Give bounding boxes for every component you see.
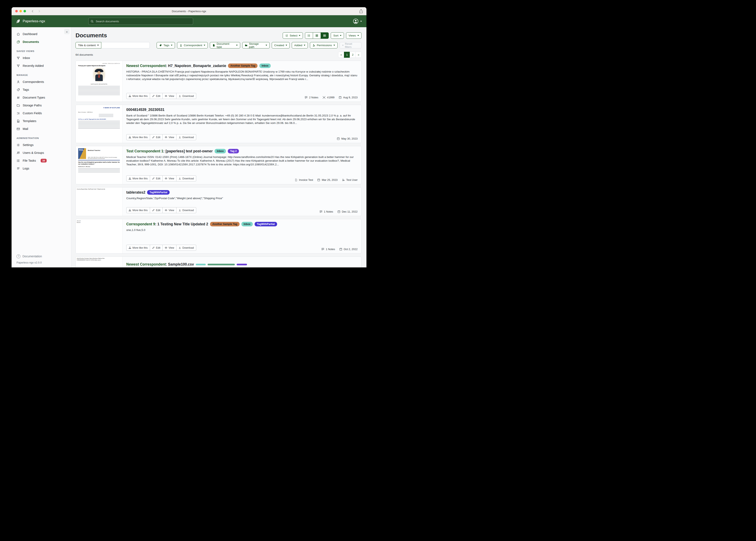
view-button[interactable]: View [162, 245, 176, 251]
zoom-window-button[interactable] [24, 10, 26, 12]
tag-pill[interactable] [237, 264, 247, 266]
created-filter-button[interactable]: Created [272, 42, 290, 48]
tag-pill[interactable]: Another Sample Tag [228, 64, 258, 68]
edit-button[interactable]: Edit [150, 245, 163, 251]
large-cards-view-button[interactable] [321, 32, 329, 39]
sidebar-item-users-groups[interactable]: Users & Groups [12, 149, 71, 157]
document-thumbnail[interactable]: Country,Region/State,"Zip/Postal Code","… [76, 188, 123, 216]
document-thumbnail[interactable]: one,1.0 five,5.0 [76, 219, 123, 254]
storage-path-filter-button[interactable]: Storage path [242, 42, 270, 48]
share-icon[interactable] [359, 9, 363, 13]
document-title-link[interactable]: Correspondent 9: 1 Testing New Title Upd… [126, 222, 208, 227]
tag-pill[interactable]: Another Sample Tag [210, 222, 240, 227]
global-search[interactable] [88, 18, 193, 25]
sidebar-item-templates[interactable]: Templates [12, 117, 71, 125]
document-type-indicator[interactable]: Invoice Test [295, 178, 313, 182]
document-thumbnail[interactable]: MEDICAL TEACHER Medical Teacher ISSN: 01… [76, 146, 123, 184]
tag-pill[interactable]: Inbox [241, 222, 253, 227]
edit-button[interactable]: Edit [150, 93, 163, 99]
date-indicator[interactable]: Dec 11, 2022 [337, 210, 358, 213]
sidebar-item-documents[interactable]: Documents [12, 38, 71, 46]
correspondent-filter-button[interactable]: Correspondent [177, 42, 208, 48]
tags-filter-button[interactable]: Tags [157, 42, 175, 48]
date-indicator[interactable]: Oct 2, 2022 [339, 248, 358, 251]
sidebar-item-tags[interactable]: Tags [12, 86, 71, 94]
tag-pill[interactable] [196, 264, 206, 266]
sidebar-item-document-types[interactable]: Document Types [12, 94, 71, 101]
app-brand[interactable]: Paperless-ngx [12, 19, 71, 24]
more-like-this-button[interactable]: More like this [126, 93, 150, 99]
view-button[interactable]: View [162, 93, 176, 99]
user-menu[interactable] [353, 18, 362, 24]
tag-pill[interactable]: TagWithPartial [147, 190, 169, 195]
date-indicator[interactable]: Mar 25, 2023 [317, 178, 338, 182]
table-view-button[interactable] [305, 32, 313, 39]
tag-pill[interactable]: Tag 2 [228, 149, 239, 153]
back-icon[interactable] [31, 10, 34, 13]
notes-indicator[interactable]: 2 Notes [305, 96, 318, 99]
date-indicator[interactable]: May 30, 2023 [337, 137, 358, 140]
sidebar-item-settings[interactable]: Settings [12, 141, 71, 149]
download-button[interactable]: Download [176, 134, 196, 140]
asn-indicator[interactable]: #1999 [322, 96, 334, 99]
pagination-page-1[interactable]: 1 [344, 52, 350, 58]
sort-button[interactable]: Sort [331, 32, 344, 39]
download-button[interactable]: Download [176, 93, 196, 99]
pagination-next[interactable]: » [356, 52, 361, 58]
forward-icon[interactable] [38, 10, 40, 13]
more-like-this-button[interactable]: More like this [126, 207, 150, 213]
permissions-filter-button[interactable]: Permissions [310, 42, 338, 48]
sidebar-item-dashboard[interactable]: Dashboard [12, 30, 71, 38]
sidebar-collapse-button[interactable]: « [64, 29, 70, 34]
document-type-filter-button[interactable]: Document type [210, 42, 240, 48]
title-content-dropdown[interactable]: Title & content [76, 42, 101, 48]
minimize-window-button[interactable] [19, 10, 22, 12]
tag-pill[interactable] [208, 264, 235, 266]
sidebar-item-storage-paths[interactable]: Storage Paths [12, 101, 71, 109]
sidebar-item-correspondents[interactable]: Correspondents [12, 78, 71, 86]
download-button[interactable]: Download [176, 176, 196, 182]
edit-button[interactable]: Edit [150, 176, 163, 182]
select-button[interactable]: Select [283, 32, 303, 39]
sidebar-item-recently-added[interactable]: Recently Added [12, 62, 71, 70]
tag-pill[interactable]: Inbox [215, 149, 226, 153]
view-button[interactable]: View [162, 134, 176, 140]
added-filter-button[interactable]: Added [292, 42, 308, 48]
document-title-link[interactable]: Test Correspondent 1: [paperless] test p… [126, 149, 213, 153]
small-cards-view-button[interactable] [313, 32, 321, 39]
search-input[interactable] [95, 20, 191, 23]
view-button[interactable]: View [162, 207, 176, 213]
close-window-button[interactable] [15, 10, 18, 12]
sidebar-item-logs[interactable]: Logs [12, 165, 71, 172]
sidebar-item-inbox[interactable]: Inbox [12, 54, 71, 62]
notes-indicator[interactable]: 1 Notes [321, 248, 335, 251]
document-thumbnail[interactable]: ✻ BANK OF SCOTLAND Bank of Scotland · 10… [76, 105, 123, 143]
edit-button[interactable]: Edit [150, 207, 163, 213]
documentation-link[interactable]: ? Documentation [12, 253, 71, 260]
download-button[interactable]: Download [176, 207, 196, 213]
download-button[interactable]: Download [176, 245, 196, 251]
more-like-this-button[interactable]: More like this [126, 245, 150, 251]
sidebar-item-mail[interactable]: Mail [12, 125, 71, 133]
document-thumbnail[interactable]: Serial Number,Company Name,Employee Mark… [76, 257, 123, 268]
views-button[interactable]: Views [346, 32, 361, 39]
more-like-this-button[interactable]: More like this [126, 176, 150, 182]
sidebar-item-file-tasks[interactable]: File Tasks 16 [12, 157, 71, 165]
notes-indicator[interactable]: 1 Notes [319, 210, 333, 213]
pagination-page-2[interactable]: 2 [350, 52, 356, 58]
tag-pill[interactable]: Inbox [259, 64, 271, 68]
document-title-link[interactable]: 0004814539_20230531 [126, 108, 164, 112]
title-content-input[interactable] [101, 42, 150, 48]
edit-button[interactable]: Edit [150, 134, 163, 140]
more-like-this-button[interactable]: More like this [126, 134, 150, 140]
tag-pill[interactable]: TagWithPartial [255, 222, 277, 227]
document-title-link[interactable]: tablerates2 [126, 190, 145, 195]
document-title-link[interactable]: Newest Correspondent: Sample100.csv [126, 262, 194, 267]
date-indicator[interactable]: Aug 9, 2023 [339, 96, 358, 99]
owner-indicator[interactable]: Test User [342, 178, 358, 182]
sidebar-item-custom-fields[interactable]: Custom Fields [12, 109, 71, 117]
document-thumbnail[interactable]: HISTORIA - PRACA DLA CHĘTNYCH Francja po… [76, 61, 123, 102]
view-button[interactable]: View [162, 176, 176, 182]
pagination-prev[interactable]: « [338, 52, 344, 58]
document-title-link[interactable]: Newest Correspondent: H7_Napoleon_Bonapa… [126, 64, 226, 68]
